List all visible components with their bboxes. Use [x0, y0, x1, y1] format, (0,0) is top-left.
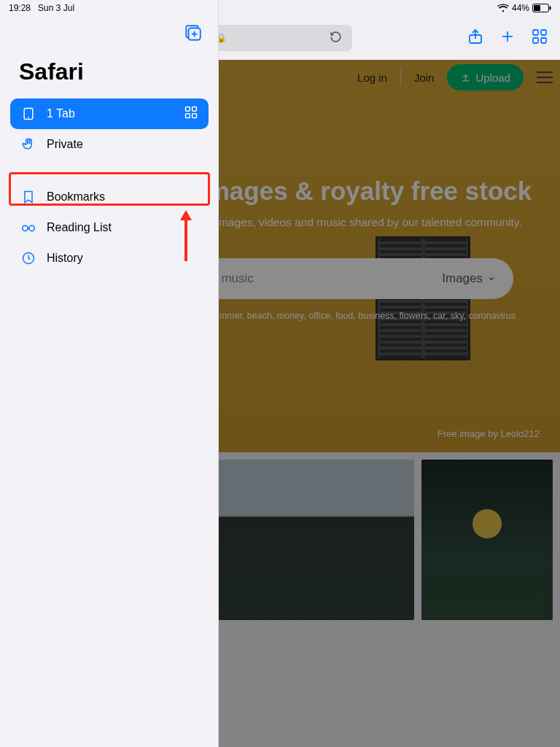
- tabs-overview-icon[interactable]: [531, 28, 548, 48]
- glasses-icon: [20, 220, 36, 236]
- bookmark-icon: [20, 190, 36, 204]
- clock-icon: [20, 251, 36, 266]
- svg-rect-6: [541, 38, 546, 43]
- sidebar-title: Safari: [0, 53, 219, 98]
- svg-rect-3: [533, 30, 538, 35]
- sidebar-item-label: Reading List: [47, 221, 112, 234]
- safari-sidebar: Safari 1 Tab Private Bookmarks: [0, 0, 219, 747]
- svg-rect-23: [550, 7, 551, 10]
- sidebar-item-bookmarks[interactable]: Bookmarks: [10, 182, 209, 212]
- battery-percent: 44%: [512, 3, 529, 13]
- annotation-arrow-icon: [178, 210, 194, 261]
- reload-icon[interactable]: [330, 31, 342, 45]
- svg-rect-5: [533, 38, 538, 43]
- svg-point-17: [29, 225, 34, 231]
- tab-grid-icon[interactable]: [184, 105, 198, 123]
- svg-marker-20: [180, 210, 192, 220]
- svg-rect-12: [186, 107, 190, 112]
- svg-point-16: [23, 225, 28, 231]
- wifi-icon: [497, 4, 509, 12]
- status-date: Sun 3 Jul: [38, 3, 74, 13]
- sidebar-item-label: Bookmarks: [47, 190, 105, 204]
- svg-rect-4: [541, 30, 546, 35]
- tablet-icon: [20, 107, 36, 121]
- new-tab-icon[interactable]: [499, 28, 516, 48]
- share-icon[interactable]: [467, 28, 484, 48]
- sidebar-item-label: Private: [47, 138, 83, 151]
- sidebar-item-private[interactable]: Private: [10, 129, 209, 160]
- sidebar-item-tabs[interactable]: 1 Tab: [10, 98, 209, 129]
- sidebar-item-label: 1 Tab: [47, 107, 75, 120]
- svg-rect-14: [186, 114, 190, 118]
- new-tab-group-icon[interactable]: [184, 23, 203, 45]
- hand-icon: [20, 137, 36, 152]
- status-bar: 19:28 Sun 3 Jul 44%: [0, 0, 560, 16]
- battery-icon: [532, 4, 551, 12]
- svg-rect-15: [192, 114, 197, 118]
- svg-rect-22: [534, 5, 540, 11]
- status-time: 19:28: [9, 3, 31, 13]
- svg-rect-13: [192, 107, 197, 112]
- sidebar-item-label: History: [47, 252, 83, 265]
